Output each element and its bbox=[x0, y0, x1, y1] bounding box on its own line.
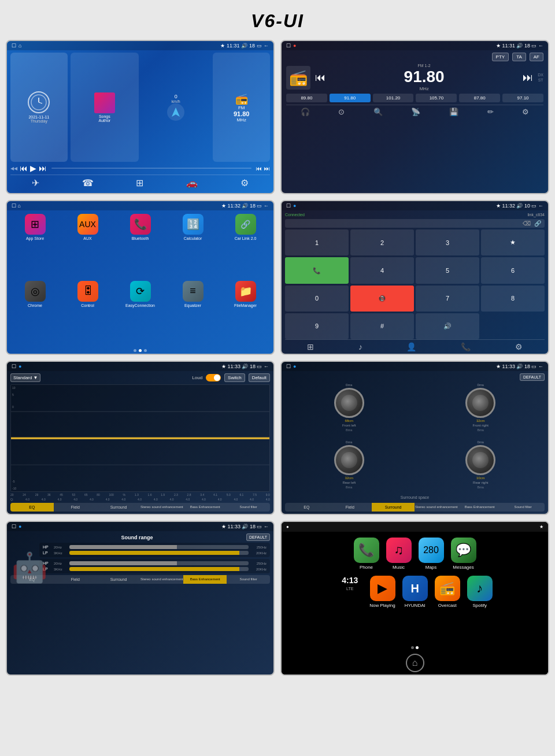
backspace-icon[interactable]: ⌫ bbox=[523, 220, 531, 227]
fm-skip-back[interactable]: ⏮ bbox=[315, 72, 325, 84]
sur-tab-field[interactable]: Field bbox=[328, 503, 372, 512]
sur-tab-surround[interactable]: Surround bbox=[372, 503, 415, 512]
dial-0[interactable]: 0 bbox=[285, 286, 349, 312]
fm-antenna-icon[interactable]: 📡 bbox=[411, 108, 420, 116]
fm-prev[interactable]: ⏮ bbox=[256, 165, 262, 172]
eq-tab-stereo[interactable]: Stereo sound enhancement bbox=[140, 503, 183, 512]
fm-preset-2[interactable]: 91.80 bbox=[330, 94, 371, 102]
dial-5[interactable]: 5 bbox=[416, 257, 479, 283]
app-chrome[interactable]: ◎ Chrome bbox=[10, 281, 60, 344]
fm-search-icon[interactable]: 🔍 bbox=[373, 108, 383, 116]
cp-phone[interactable]: 📞 Phone bbox=[354, 538, 379, 570]
cp-dot-2[interactable] bbox=[416, 646, 419, 649]
knob-rear-left[interactable] bbox=[334, 445, 364, 475]
sr-tab-stereo[interactable]: Stereo sound enhancement bbox=[140, 575, 183, 584]
fm-settings-icon[interactable]: ⚙ bbox=[522, 108, 529, 116]
fm-toggle-icon[interactable]: ⊙ bbox=[338, 108, 345, 116]
surround-default-button[interactable]: DEFAULT bbox=[520, 373, 545, 381]
dot-1[interactable] bbox=[134, 349, 136, 352]
play-button[interactable]: ▶ bbox=[30, 164, 36, 173]
eq-switch-button[interactable]: Switch bbox=[224, 373, 245, 382]
lp1-slider[interactable] bbox=[69, 551, 249, 555]
dial-call[interactable]: 📞 bbox=[285, 257, 349, 283]
dot-3[interactable] bbox=[144, 349, 147, 352]
fm-preset-1[interactable]: 89.80 bbox=[286, 94, 327, 102]
app-easyconnect[interactable]: ⟳ EasyConnection bbox=[116, 281, 165, 344]
nav-send[interactable]: ✈ bbox=[32, 177, 39, 188]
af-button[interactable]: AF bbox=[530, 53, 543, 61]
cp-music[interactable]: ♫ Music bbox=[386, 538, 412, 570]
dial-9[interactable]: 9 bbox=[285, 313, 349, 339]
dial-hash[interactable]: # bbox=[350, 313, 414, 339]
sr-tab-bass[interactable]: Bass Enhancement bbox=[183, 575, 227, 584]
dot-2[interactable] bbox=[139, 349, 142, 352]
hp2-slider[interactable] bbox=[69, 561, 249, 565]
cp-maps[interactable]: 280 Maps bbox=[419, 538, 444, 570]
cp-hyundai[interactable]: H HYUNDAI bbox=[402, 576, 428, 608]
knob-rear-right[interactable] bbox=[465, 445, 495, 475]
fm-preset-4[interactable]: 105.70 bbox=[416, 94, 457, 102]
nav-apps[interactable]: ⊞ bbox=[136, 177, 143, 188]
app-equalizer[interactable]: ≡ Equalizer bbox=[168, 281, 217, 344]
eq-tab-surround[interactable]: Surround bbox=[97, 503, 140, 512]
eq-default-button[interactable]: Default bbox=[249, 373, 270, 382]
sur-tab-bass[interactable]: Bass Enhancement bbox=[458, 503, 501, 512]
eq-tab-eq[interactable]: EQ bbox=[10, 503, 54, 512]
lp2-slider[interactable] bbox=[69, 567, 249, 571]
nav-car[interactable]: 🚗 bbox=[186, 177, 198, 188]
nav-phone[interactable]: ☎ bbox=[82, 177, 94, 188]
app-calculator[interactable]: 🔢 Calculator bbox=[168, 214, 217, 277]
cp-now-playing[interactable]: ▶ Now Playing bbox=[369, 576, 395, 608]
cp-dot-1[interactable] bbox=[411, 646, 414, 649]
fm-preset-5[interactable]: 87.80 bbox=[459, 94, 500, 102]
carplay-home-button[interactable]: ⌂ bbox=[406, 654, 424, 672]
dial-2[interactable]: 2 bbox=[350, 229, 414, 255]
eq-loud-toggle[interactable] bbox=[206, 374, 221, 381]
contacts-icon[interactable]: 👤 bbox=[406, 342, 416, 351]
dial-volume[interactable]: 🔊 bbox=[416, 313, 479, 339]
calls-icon[interactable]: 📞 bbox=[461, 342, 471, 351]
eq-tab-bass[interactable]: Bass Enhancement bbox=[183, 503, 227, 512]
dial-hangup[interactable]: 📵 bbox=[350, 286, 414, 312]
app-aux[interactable]: AUX AUX bbox=[63, 214, 112, 277]
knob-front-right[interactable] bbox=[465, 388, 495, 418]
music-icon[interactable]: ♪ bbox=[358, 342, 362, 351]
prev-button[interactable]: ⏮ bbox=[20, 164, 28, 173]
dial-7[interactable]: 7 bbox=[416, 286, 479, 312]
sound-range-default[interactable]: DEFAULT bbox=[246, 533, 270, 541]
phone-settings-icon[interactable]: ⚙ bbox=[515, 342, 523, 351]
next-button[interactable]: ⏭ bbox=[39, 164, 47, 173]
hp1-slider[interactable] bbox=[69, 545, 249, 549]
knob-front-left[interactable] bbox=[334, 388, 364, 418]
sur-tab-stereo[interactable]: Stereo sound enhancement bbox=[415, 503, 458, 512]
fm-next[interactable]: ⏭ bbox=[264, 165, 270, 172]
cp-messages[interactable]: 💬 Messages bbox=[451, 538, 476, 570]
pty-button[interactable]: PTY bbox=[492, 53, 509, 61]
dial-3[interactable]: 3 bbox=[416, 229, 479, 255]
sr-tab-filter[interactable]: Sound filter bbox=[227, 575, 270, 584]
fm-preset-6[interactable]: 97.10 bbox=[502, 94, 543, 102]
eq-tab-field[interactable]: Field bbox=[54, 503, 97, 512]
sur-tab-eq[interactable]: EQ bbox=[285, 503, 328, 512]
sr-tab-surround[interactable]: Surround bbox=[97, 575, 140, 584]
app-appstore[interactable]: ⊞ App Store bbox=[10, 214, 60, 277]
fm-preset-3[interactable]: 101.20 bbox=[373, 94, 414, 102]
fm-edit-icon[interactable]: ✏ bbox=[487, 108, 494, 116]
fm-save-icon[interactable]: 💾 bbox=[449, 108, 458, 116]
eq-tab-filter[interactable]: Sound filter bbox=[227, 503, 270, 512]
dial-4[interactable]: 4 bbox=[350, 257, 414, 283]
ta-button[interactable]: TA bbox=[512, 53, 526, 61]
cp-overcast[interactable]: 📻 Overcast bbox=[435, 576, 460, 608]
fm-headphones-icon[interactable]: 🎧 bbox=[301, 108, 310, 116]
app-carlink[interactable]: 🔗 Car Link 2.0 bbox=[221, 214, 270, 277]
sur-tab-filter[interactable]: Sound filter bbox=[501, 503, 545, 512]
dial-8[interactable]: 8 bbox=[481, 286, 545, 312]
app-filemanager[interactable]: 📁 FileManager bbox=[221, 281, 270, 344]
dial-star[interactable]: ★ bbox=[481, 229, 545, 255]
app-control[interactable]: 🎛 Control bbox=[63, 281, 112, 344]
phone-link-icon[interactable]: 🔗 bbox=[534, 220, 541, 227]
fm-skip-fwd[interactable]: ⏭ bbox=[523, 72, 533, 84]
app-bluetooth[interactable]: 📞 Bluetooth bbox=[116, 214, 165, 277]
nav-settings[interactable]: ⚙ bbox=[240, 177, 249, 188]
dialpad-icon[interactable]: ⊞ bbox=[307, 342, 314, 351]
